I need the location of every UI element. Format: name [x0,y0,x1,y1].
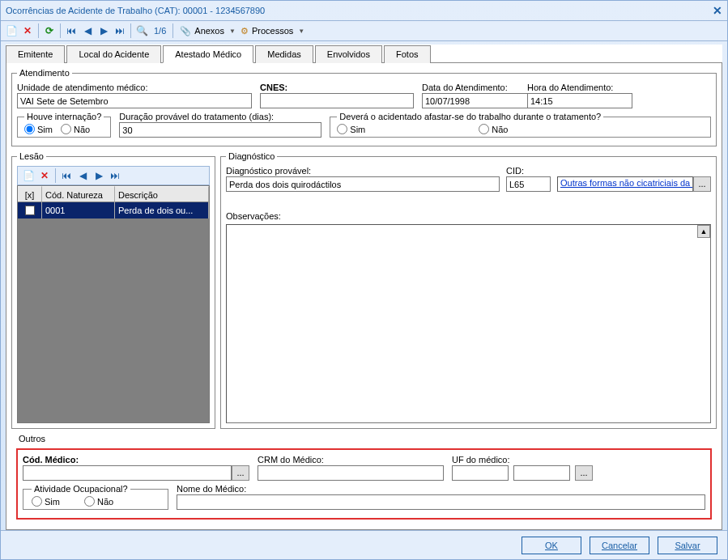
lesao-delete-icon[interactable]: ✕ [37,168,52,183]
anexos-dropdown[interactable]: ▼ [229,28,236,35]
atividade-sim-radio[interactable] [32,496,42,507]
lesao-prev-icon[interactable]: ◀ [75,168,90,183]
cnes-label: CNES: [260,83,414,92]
cancel-button[interactable]: Cancelar [590,537,649,554]
unidade-label: Unidade de atendimento médico: [17,83,252,92]
afastar-nao-radio[interactable] [479,124,489,134]
save-button[interactable]: Salvar [658,537,717,554]
uf-lookup-button[interactable]: ... [575,465,593,481]
cod-medico-field[interactable] [23,465,232,481]
search-icon[interactable]: 🔍 [134,23,149,38]
houve-internacao-legend: Houve internação? [24,112,104,121]
process-icon [241,26,249,36]
lesao-row-cod: 0001 [42,202,115,218]
close-icon[interactable]: ✕ [713,4,722,17]
next-record-icon[interactable]: ▶ [96,23,111,38]
internacao-nao[interactable]: Não [61,124,90,134]
anexos-button[interactable]: Anexos [180,26,224,36]
hora-atendimento-field[interactable] [527,93,632,108]
lesao-first-icon[interactable]: ⏮ [59,168,74,183]
lesao-table: [x] Cód. Natureza Descrição 0001 Perda d… [17,185,210,423]
ok-button[interactable]: OK [522,537,581,554]
unidade-field[interactable] [17,93,252,108]
atendimento-legend: Atendimento [17,68,72,78]
prev-record-icon[interactable]: ◀ [80,23,95,38]
cid-link-spacer [557,166,711,176]
cod-medico-lookup-button[interactable]: ... [232,465,249,481]
atividade-nao-radio[interactable] [84,496,95,507]
atividade-sim[interactable]: Sim [32,496,60,507]
tab-medidas[interactable]: Medidas [255,45,313,63]
atividade-fieldset: Atividade Ocupacional? Sim Não [23,484,168,510]
processos-dropdown[interactable]: ▼ [298,28,304,35]
content: Emitente Local do Acidente Atestado Médi… [6,45,722,530]
tab-local-acidente[interactable]: Local do Acidente [66,45,161,63]
cnes-field[interactable] [260,93,414,108]
houve-internacao-fieldset: Houve internação? Sim Não [17,112,111,138]
separator [130,23,131,38]
scroll-up-icon[interactable]: ▲ [697,225,710,238]
record-position: 1/6 [154,26,166,36]
lesao-legend: Lesão [17,151,46,161]
afastar-sim-radio[interactable] [337,124,347,134]
anexos-label: Anexos [194,26,224,36]
diagnostico-legend: Diagnóstico [226,151,277,161]
internacao-sim-radio[interactable] [24,124,35,134]
separator [60,23,61,38]
tabs: Emitente Local do Acidente Atestado Médi… [6,45,722,63]
footer: OK Cancelar Salvar [1,530,727,559]
lesao-row-checkbox[interactable] [25,206,35,215]
cid-label: CID: [506,166,551,176]
uf-medico-label: UF do médico: [452,455,614,465]
lesao-col-desc[interactable]: Descrição [115,186,209,202]
titlebar: Ocorrências de Acidente de Trabalho (CAT… [1,1,727,20]
observacoes-field[interactable] [226,224,711,423]
separator [172,23,173,38]
diag-prov-label: Diagnóstico provável: [226,166,500,176]
tab-atestado-medico[interactable]: Atestado Médico [163,45,253,63]
last-record-icon[interactable]: ⏭ [113,23,127,38]
lesao-table-row[interactable]: 0001 Perda de dois ou... [18,202,209,218]
main-toolbar: ✕ ⟳ ⏮ ◀ ▶ ⏭ 🔍 1/6 Anexos ▼ Processos ▼ [1,20,727,41]
lesao-last-icon[interactable]: ⏭ [108,168,122,183]
afastar-sim[interactable]: Sim [337,124,365,134]
cid-description-link[interactable]: Outras formas não cicatriciais da p [557,176,693,192]
lesao-fieldset: Lesão ✕ ⏮ ◀ ▶ ⏭ [x] Cód. Natureza [11,151,215,429]
crm-medico-field[interactable] [258,465,444,481]
attachment-icon [180,26,191,36]
outros-highlight: Cód. Médico: ... CRM do Médico: UF do mé… [16,448,712,520]
data-atendimento-field[interactable] [422,93,540,108]
new-icon[interactable] [4,23,19,38]
diag-prov-field[interactable] [226,176,500,192]
cid-field[interactable] [506,176,551,192]
hora-atendimento-label: Hora do Atendimento: [527,83,632,92]
tab-emitente[interactable]: Emitente [6,45,65,63]
delete-icon[interactable]: ✕ [20,23,35,38]
tab-envolvidos[interactable]: Envolvidos [315,45,382,63]
uf-medico-desc-field[interactable] [513,465,570,481]
observacoes-label: Observações: [226,211,711,221]
afastar-nao[interactable]: Não [479,124,508,134]
uf-medico-field[interactable] [452,465,509,481]
cid-lookup-button[interactable]: ... [693,176,711,192]
lesao-next-icon[interactable]: ▶ [92,168,106,183]
atendimento-fieldset: Atendimento Unidade de atendimento médic… [11,68,717,146]
window-title: Ocorrências de Acidente de Trabalho (CAT… [6,6,713,15]
atividade-legend: Atividade Ocupacional? [32,484,130,494]
lesao-new-icon[interactable] [21,168,36,183]
nome-medico-label: Nome do Médico: [177,484,705,494]
refresh-icon[interactable]: ⟳ [42,23,57,38]
internacao-sim[interactable]: Sim [24,124,53,134]
lesao-col-check[interactable]: [x] [18,186,42,202]
duracao-field[interactable] [119,122,321,138]
outros-fieldset: Outros Cód. Médico: ... CRM do Médico: [11,434,717,524]
internacao-nao-radio[interactable] [61,124,71,134]
nome-medico-field[interactable] [177,494,705,510]
outros-legend: Outros [16,434,48,443]
diagnostico-fieldset: Diagnóstico Diagnóstico provável: CID: [220,151,717,429]
first-record-icon[interactable]: ⏮ [64,23,79,38]
atividade-nao[interactable]: Não [84,496,113,507]
lesao-col-cod[interactable]: Cód. Natureza [42,186,115,202]
tab-fotos[interactable]: Fotos [384,45,431,63]
processos-button[interactable]: Processos [241,26,293,36]
